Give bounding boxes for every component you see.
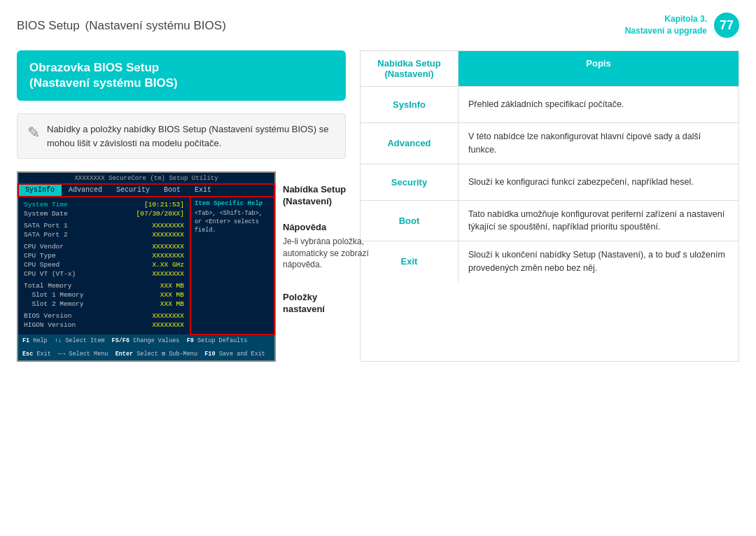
bios-right-panel: Item Specific Help <Tab>, <Shift-Tab>,or…: [190, 197, 274, 239]
info-box: ✎ Nabídky a položky nabídky BIOS Setup (…: [17, 113, 346, 159]
bios-footer2: Esc Exit ←→ Select Menu Enter Select ⊠ S…: [18, 347, 274, 360]
bios-row-higon: HIGON VersionXXXXXXXX: [24, 321, 184, 329]
label-polozky-title: Položkynastavení: [283, 292, 409, 316]
table-row-security: Security Slouží ke konfiguraci funkcí za…: [360, 164, 738, 201]
info-text: Nabídky a položky nabídky BIOS Setup (Na…: [47, 122, 335, 150]
main-content: Obrazovka BIOS Setup (Nastavení systému …: [0, 50, 756, 362]
label-napoveda: Nápověda Je-li vybrána položka, automati…: [283, 222, 409, 271]
label-nabidka-title: Nabídka Setup(Nastavení): [283, 184, 409, 208]
page-title: BIOS Setup (Nastavení systému BIOS): [17, 13, 226, 34]
bios-help-text: <Tab>, <Shift-Tab>,or <Enter> selectsfie…: [195, 210, 270, 235]
desc-sysinfo: Přehled základních specifikací počítače.: [458, 87, 738, 122]
bios-footer: F1 Help ↑↓ Select Item F5/F6 Change Valu…: [18, 334, 274, 347]
table-row-sysinfo: SysInfo Přehled základních specifikací p…: [360, 87, 738, 123]
bios-left-panel: System Time[10:21:53] System Date[07/30/…: [18, 197, 190, 334]
desc-boot: Tato nabídka umožňuje konfigurovat perif…: [458, 201, 738, 241]
left-column: Obrazovka BIOS Setup (Nastavení systému …: [17, 50, 360, 362]
section-title-line1: Obrazovka BIOS Setup: [29, 60, 333, 76]
header-right: Kapitola 3. Nastavení a upgrade 77: [625, 13, 739, 38]
page-number: 77: [714, 13, 739, 38]
bios-row-slot1: Slot 1 MemoryXXX MB: [24, 291, 184, 299]
bios-body: System Time[10:21:53] System Date[07/30/…: [18, 197, 274, 334]
table-row-advanced: Advanced V této nabídce lze nakonfigurov…: [360, 123, 738, 164]
bios-row-cpuvendor: CPU VendorXXXXXXXX: [24, 243, 184, 251]
bios-menu-exit[interactable]: Exit: [188, 184, 218, 196]
header-col-popis: Popis: [458, 51, 738, 87]
bios-menu-boot[interactable]: Boot: [157, 184, 188, 196]
bios-row-cpuvt: CPU VT (VT-x)XXXXXXXX: [24, 270, 184, 278]
bios-screen: XXXXXXXX SecureCore (tm) Setup Utility S…: [17, 171, 276, 362]
bios-row-biosver: BIOS VersionXXXXXXXX: [24, 312, 184, 320]
label-napoveda-title: Nápověda: [283, 222, 409, 234]
bios-title-bar: XXXXXXXX SecureCore (tm) Setup Utility: [18, 173, 274, 184]
bios-menu-security[interactable]: Security: [109, 184, 157, 196]
menu-label-sysinfo: SysInfo: [360, 87, 458, 122]
right-column: Nabídka Setup(Nastavení) Popis SysInfo P…: [360, 50, 739, 362]
header-col-menu: Nabídka Setup(Nastavení): [360, 51, 458, 87]
bios-row-time: System Time[10:21:53]: [24, 201, 184, 209]
section-header-box: Obrazovka BIOS Setup (Nastavení systému …: [17, 50, 346, 101]
bios-menu-advanced[interactable]: Advanced: [62, 184, 109, 196]
menu-label-advanced: Advanced: [360, 123, 458, 164]
desc-advanced: V této nabídce lze nakonfigurovat hlavní…: [458, 123, 738, 164]
table-row-boot: Boot Tato nabídka umožňuje konfigurovat …: [360, 201, 738, 242]
title-main: BIOS Setup: [17, 19, 80, 32]
table-row-exit: Exit Slouží k ukončení nabídky Setup (Na…: [360, 241, 738, 282]
bios-row-sata2: SATA Port 2XXXXXXXX: [24, 231, 184, 239]
bios-menu-sysinfo[interactable]: SysInfo: [18, 184, 62, 196]
bios-help-title: Item Specific Help: [195, 200, 270, 207]
desc-exit: Slouží k ukončení nabídky Setup (Nastave…: [458, 241, 738, 282]
bios-row-cputype: CPU TypeXXXXXXXX: [24, 252, 184, 260]
bios-menu-bar: SysInfo Advanced Security Boot Exit: [18, 184, 274, 197]
bios-row-date: System Date[07/30/20XX]: [24, 210, 184, 218]
page-header: BIOS Setup (Nastavení systému BIOS) Kapi…: [0, 0, 756, 45]
bios-row-slot2: Slot 2 MemoryXXX MB: [24, 300, 184, 308]
chapter-label: Kapitola 3. Nastavení a upgrade: [625, 13, 707, 37]
label-nabidka: Nabídka Setup(Nastavení): [283, 184, 409, 208]
bios-row-sata1: SATA Port 1XXXXXXXX: [24, 222, 184, 230]
desc-security: Slouží ke konfiguraci funkcí zabezpečení…: [458, 164, 738, 200]
title-subtitle: (Nastavení systému BIOS): [85, 19, 226, 32]
label-polozky: Položkynastavení: [283, 292, 409, 316]
info-icon: ✎: [27, 124, 40, 142]
bios-row-cpuspeed: CPU SpeedX.XX GHz: [24, 261, 184, 269]
table-header: Nabídka Setup(Nastavení) Popis: [360, 51, 738, 87]
section-title-line2: (Nastavení systému BIOS): [29, 76, 333, 91]
label-napoveda-desc: Je-li vybrána položka, automaticky se zo…: [283, 236, 409, 271]
side-labels: Nabídka Setup(Nastavení) Nápověda Je-li …: [283, 184, 409, 328]
bios-row-totalmem: Total MemoryXXX MB: [24, 282, 184, 290]
